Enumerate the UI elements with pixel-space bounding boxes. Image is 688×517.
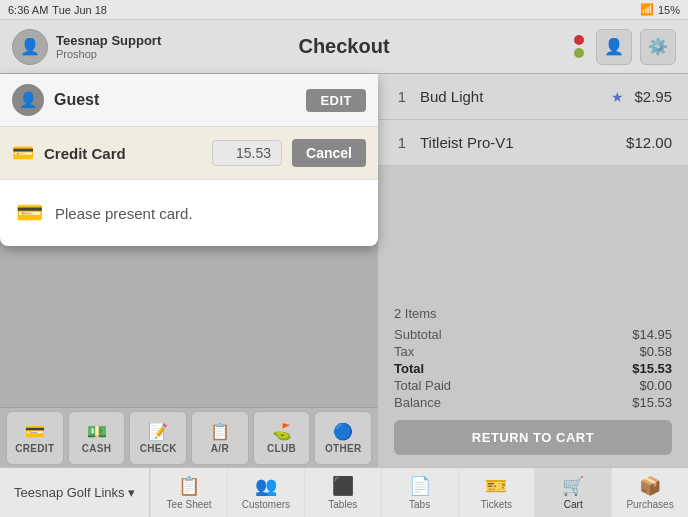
tab-tee-sheet[interactable]: 📋Tee Sheet (150, 468, 227, 517)
pay-icon-check: 📝 (148, 422, 168, 441)
total-paid-label: Total Paid (394, 378, 632, 393)
guest-avatar: 👤 (12, 84, 44, 116)
tab-customers[interactable]: 👥Customers (227, 468, 304, 517)
amount-display: 15.53 (212, 140, 282, 166)
cart-items-list: 1 Bud Light ★ $2.95 1 Titleist Pro-V1 $1… (378, 74, 688, 294)
item-name: Titleist Pro-V1 (420, 134, 616, 151)
brand-sub: Proshop (56, 48, 161, 60)
balance-label: Balance (394, 395, 632, 410)
profile-icon: 👤 (604, 37, 624, 56)
return-to-cart-button[interactable]: RETURN TO CART (394, 420, 672, 455)
settings-icon-btn[interactable]: ⚙️ (640, 29, 676, 65)
date: Tue Jun 18 (52, 4, 107, 16)
avatar[interactable]: 👤 (12, 29, 48, 65)
tab-tabs[interactable]: 📄Tabs (381, 468, 458, 517)
items-count: 2 Items (394, 306, 672, 321)
tab-icon-tables: ⬛ (332, 475, 354, 497)
pay-icon-ar: 📋 (210, 422, 230, 441)
tab-cart[interactable]: 🛒Cart (534, 468, 611, 517)
tab-icon-cart: 🛒 (562, 475, 584, 497)
tab-icon-tee-sheet: 📋 (178, 475, 200, 497)
tab-tables[interactable]: ⬛Tables (304, 468, 381, 517)
page-title: Checkout (298, 35, 389, 58)
tab-label-tables: Tables (328, 499, 357, 510)
dot-green (574, 48, 584, 58)
tab-label-tee-sheet: Tee Sheet (167, 499, 212, 510)
tax-value: $0.58 (632, 344, 672, 359)
status-indicators (574, 35, 588, 58)
profile-icon-btn[interactable]: 👤 (596, 29, 632, 65)
total-label: Total (394, 361, 632, 376)
pay-label-check: CHECK (140, 443, 177, 454)
pay-icon-cash: 💵 (87, 422, 107, 441)
bottom-tabs: 📋Tee Sheet👥Customers⬛Tables📄Tabs🎫Tickets… (150, 468, 688, 517)
pay-btn-other[interactable]: 🔵OTHER (314, 411, 372, 465)
present-card-text: Please present card. (55, 205, 193, 222)
pay-icon-credit: 💳 (25, 422, 45, 441)
cancel-button[interactable]: Cancel (292, 139, 366, 167)
tab-label-cart: Cart (564, 499, 583, 510)
subtotal-value: $14.95 (632, 327, 672, 342)
credit-card-row: 💳 Credit Card 15.53 Cancel (0, 127, 378, 180)
tax-label: Tax (394, 344, 632, 359)
brand-info: Teesnap Support Proshop (56, 33, 161, 60)
credit-card-icon: 💳 (12, 142, 34, 164)
brand-name: Teesnap Support (56, 33, 161, 48)
status-bar-left: 6:36 AM Tue Jun 18 (8, 4, 107, 16)
balance-value: $15.53 (632, 395, 672, 410)
payment-buttons-strip: 💳CREDIT💵CASH📝CHECK📋A/R⛳CLUB🔵OTHER (0, 407, 378, 467)
totals-section: 2 Items Subtotal $14.95 Tax $0.58 Total … (378, 294, 688, 467)
pay-label-other: OTHER (325, 443, 362, 454)
pay-icon-club: ⛳ (272, 422, 292, 441)
avatar-icon: 👤 (20, 37, 40, 56)
card-swipe-icon: 💳 (16, 200, 43, 226)
pay-label-club: CLUB (267, 443, 296, 454)
totals-grid: Subtotal $14.95 Tax $0.58 Total $15.53 T… (394, 327, 672, 410)
tab-icon-tabs: 📄 (409, 475, 431, 497)
item-qty: 1 (394, 134, 410, 151)
modal-dialog: 👤 Guest EDIT 💳 Credit Card 15.53 Cancel … (0, 74, 378, 246)
time: 6:36 AM (8, 4, 48, 16)
item-star-icon: ★ (611, 89, 624, 105)
subtotal-label: Subtotal (394, 327, 632, 342)
pay-label-credit: CREDIT (15, 443, 54, 454)
bottom-tab-bar: Teesnap Golf Links ▾ 📋Tee Sheet👥Customer… (0, 467, 688, 517)
top-nav-right: 👤 ⚙️ (574, 29, 688, 65)
top-nav: 👤 Teesnap Support Proshop Checkout 👤 ⚙️ (0, 20, 688, 74)
bottom-pay-strip: 💳CREDIT💵CASH📝CHECK📋A/R⛳CLUB🔵OTHER (0, 407, 378, 467)
cart-item[interactable]: 1 Bud Light ★ $2.95 (378, 74, 688, 120)
pay-label-ar: A/R (211, 443, 229, 454)
tab-tickets[interactable]: 🎫Tickets (458, 468, 535, 517)
item-qty: 1 (394, 88, 410, 105)
battery-level: 15% (658, 4, 680, 16)
top-nav-left: 👤 Teesnap Support Proshop (0, 29, 220, 65)
wifi-icon: 📶 (640, 3, 654, 16)
guest-row: 👤 Guest EDIT (0, 74, 378, 127)
guest-avatar-icon: 👤 (19, 91, 38, 109)
item-price: $2.95 (634, 88, 672, 105)
pay-btn-check[interactable]: 📝CHECK (129, 411, 187, 465)
dot-red (574, 35, 584, 45)
pay-label-cash: CASH (82, 443, 112, 454)
total-value: $15.53 (632, 361, 672, 376)
tab-label-purchases: Purchases (626, 499, 673, 510)
pay-btn-credit[interactable]: 💳CREDIT (6, 411, 64, 465)
pay-icon-other: 🔵 (333, 422, 353, 441)
pay-btn-cash[interactable]: 💵CASH (68, 411, 126, 465)
tab-icon-purchases: 📦 (639, 475, 661, 497)
tab-label-tabs: Tabs (409, 499, 430, 510)
pay-btn-ar[interactable]: 📋A/R (191, 411, 249, 465)
pay-btn-club[interactable]: ⛳CLUB (253, 411, 311, 465)
present-card-area: 💳 Please present card. (0, 180, 378, 246)
status-bar: 6:36 AM Tue Jun 18 📶 15% (0, 0, 688, 20)
total-paid-value: $0.00 (632, 378, 672, 393)
cart-item[interactable]: 1 Titleist Pro-V1 $12.00 (378, 120, 688, 166)
tab-purchases[interactable]: 📦Purchases (611, 468, 688, 517)
settings-icon: ⚙️ (648, 37, 668, 56)
tab-icon-customers: 👥 (255, 475, 277, 497)
item-name: Bud Light (420, 88, 601, 105)
status-bar-right: 📶 15% (640, 3, 680, 16)
item-price: $12.00 (626, 134, 672, 151)
edit-button[interactable]: EDIT (306, 89, 366, 112)
golf-links-button[interactable]: Teesnap Golf Links ▾ (0, 468, 150, 517)
